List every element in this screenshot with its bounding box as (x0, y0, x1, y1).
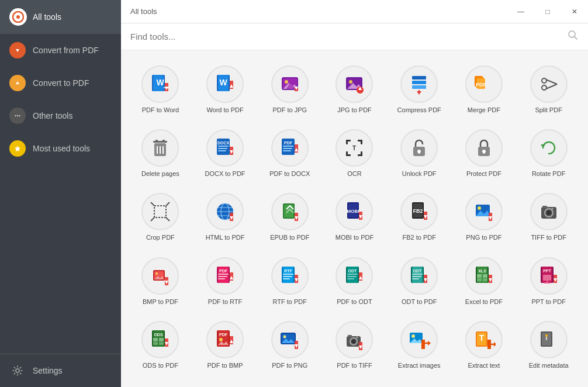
svg-text:ODT: ODT (413, 269, 423, 273)
svg-rect-171 (483, 278, 487, 281)
tool-compress-pdf[interactable]: Compress PDF (389, 60, 449, 119)
svg-rect-78 (346, 151, 348, 156)
tool-pdf-to-png[interactable]: PDF to PNG (260, 315, 320, 374)
svg-rect-138 (218, 278, 225, 279)
tool-label: Split PDF (535, 106, 562, 114)
tool-ppt-to-pdf[interactable]: PPT PPT to PDF (518, 251, 579, 310)
most-used-icon (9, 140, 26, 157)
svg-rect-154 (347, 278, 354, 279)
sidebar-item-other-tools[interactable]: Other tools (0, 99, 121, 132)
tool-split-pdf[interactable]: Split PDF (518, 60, 579, 119)
maximize-button[interactable]: □ (534, 0, 561, 23)
tool-extract-text[interactable]: T Extract text (454, 315, 514, 374)
sidebar-item-convert-to-pdf[interactable]: Convert to PDF (0, 67, 121, 99)
search-bar (121, 23, 588, 50)
svg-rect-169 (483, 274, 487, 278)
tool-delete-pages[interactable]: Delete pages (130, 123, 191, 182)
svg-rect-177 (543, 275, 551, 281)
svg-line-13 (575, 37, 577, 40)
svg-text:ODT: ODT (348, 269, 358, 273)
tool-pdf-to-odt[interactable]: ODT PDF to ODT (324, 251, 385, 310)
tool-label: Rotate PDF (532, 170, 565, 178)
svg-rect-62 (218, 148, 227, 149)
tool-label: PPT to PDF (531, 298, 565, 306)
tool-label: PDF to Word (142, 106, 179, 114)
window-title: All tools (130, 7, 157, 16)
tool-extract-images[interactable]: Extract images (389, 315, 449, 374)
settings-label: Settings (33, 366, 63, 375)
tool-pdf-to-docx[interactable]: PDF PDF to DOCX (260, 123, 320, 182)
tool-ods-to-pdf[interactable]: ODS ODS to PDF (130, 315, 191, 374)
sidebar-item-convert-from-pdf[interactable]: Convert from PDF (0, 34, 121, 67)
tool-edit-metadata[interactable]: i Edit metadata (518, 315, 579, 374)
tool-protect-pdf[interactable]: Protect PDF (454, 123, 514, 182)
svg-point-208 (357, 336, 358, 338)
tool-odt-to-pdf[interactable]: ODT ODT to PDF (389, 251, 449, 310)
tool-label: PDF to ODT (337, 298, 372, 306)
svg-rect-89 (154, 206, 166, 217)
tool-label: PDF to TIFF (337, 362, 372, 369)
tool-word-to-pdf[interactable]: W Word to PDF (195, 60, 255, 119)
svg-point-207 (352, 339, 356, 343)
tool-label: Word to PDF (206, 106, 243, 114)
tool-pdf-to-tiff[interactable]: PDF to TIFF (324, 315, 385, 374)
close-button[interactable]: ✕ (561, 0, 588, 23)
tool-fb2-to-pdf[interactable]: FB2 FB2 to PDF (389, 187, 449, 246)
tool-bmp-to-pdf[interactable]: BMP to PDF (130, 251, 191, 310)
svg-rect-145 (283, 276, 292, 277)
tool-docx-to-pdf[interactable]: DOCX DOCX to PDF (195, 123, 255, 182)
convert-to-pdf-icon (9, 75, 26, 91)
tool-rotate-pdf[interactable]: Rotate PDF (518, 123, 579, 182)
tool-html-to-pdf[interactable]: HTML to PDF (195, 187, 255, 246)
svg-rect-205 (348, 335, 352, 337)
tool-pdf-to-jpg[interactable]: PDF to JPG (260, 60, 320, 119)
tool-epub-to-pdf[interactable]: EPUB to PDF (260, 187, 320, 246)
svg-rect-186 (159, 338, 164, 341)
tool-pdf-to-bmp[interactable]: PDF PDF to BMP (195, 315, 255, 374)
tool-png-to-pdf[interactable]: PNG to PDF (454, 187, 514, 246)
tool-label: PDF to JPG (272, 106, 307, 114)
minimize-button[interactable]: — (507, 0, 534, 23)
app-logo-icon (12, 11, 24, 23)
main-content: All tools — □ ✕ W (121, 0, 588, 387)
tool-label: PDF to BMP (207, 362, 243, 369)
tool-label: PDF to RTF (208, 298, 242, 306)
tool-label: Unlock PDF (402, 170, 437, 178)
svg-text:ODS: ODS (154, 333, 164, 337)
svg-rect-74 (346, 140, 348, 144)
svg-rect-152 (347, 274, 358, 275)
svg-rect-123 (542, 206, 547, 208)
search-input[interactable] (130, 32, 567, 42)
tool-unlock-pdf[interactable]: Unlock PDF (389, 123, 449, 182)
tool-ocr[interactable]: T OCR (324, 123, 385, 182)
tool-merge-pdf[interactable]: PDF Merge PDF (454, 60, 514, 119)
tool-rtf-to-pdf[interactable]: RTF RTF to PDF (260, 251, 320, 310)
sidebar-settings[interactable]: Settings (0, 354, 121, 387)
other-tools-icon (9, 108, 26, 124)
titlebar: All tools — □ ✕ (121, 0, 588, 23)
tool-mobi-to-pdf[interactable]: MOBI MOBI to PDF (324, 187, 385, 246)
tool-label: JPG to PDF (337, 106, 372, 114)
svg-point-194 (219, 338, 223, 341)
sidebar-item-all-tools[interactable]: All tools (0, 0, 121, 34)
tool-crop-pdf[interactable]: Crop PDF (130, 187, 191, 246)
svg-rect-144 (283, 274, 293, 275)
svg-text:W: W (157, 78, 165, 87)
svg-text:MOBI: MOBI (347, 209, 359, 214)
svg-rect-80 (361, 151, 362, 156)
tool-label: RTF to PDF (273, 298, 307, 306)
sidebar-item-most-used[interactable]: Most used tools (0, 132, 121, 165)
svg-point-1 (16, 15, 20, 19)
tool-pdf-to-word[interactable]: W PDF to Word (130, 60, 191, 119)
svg-text:PDF: PDF (219, 333, 228, 337)
tool-pdf-to-rtf[interactable]: PDF PDF to RTF (195, 251, 255, 310)
svg-rect-188 (159, 342, 164, 345)
svg-point-7 (15, 115, 16, 116)
tool-label: PDF to PNG (272, 362, 307, 369)
svg-text:T: T (352, 145, 356, 151)
svg-text:XLS: XLS (478, 269, 486, 273)
tool-tiff-to-pdf[interactable]: TIFF to PDF (518, 187, 579, 246)
tool-label: Protect PDF (466, 170, 501, 178)
tool-jpg-to-pdf[interactable]: JPG to PDF (324, 60, 385, 119)
tool-excel-to-pdf[interactable]: XLS Excel to PDF (454, 251, 514, 310)
